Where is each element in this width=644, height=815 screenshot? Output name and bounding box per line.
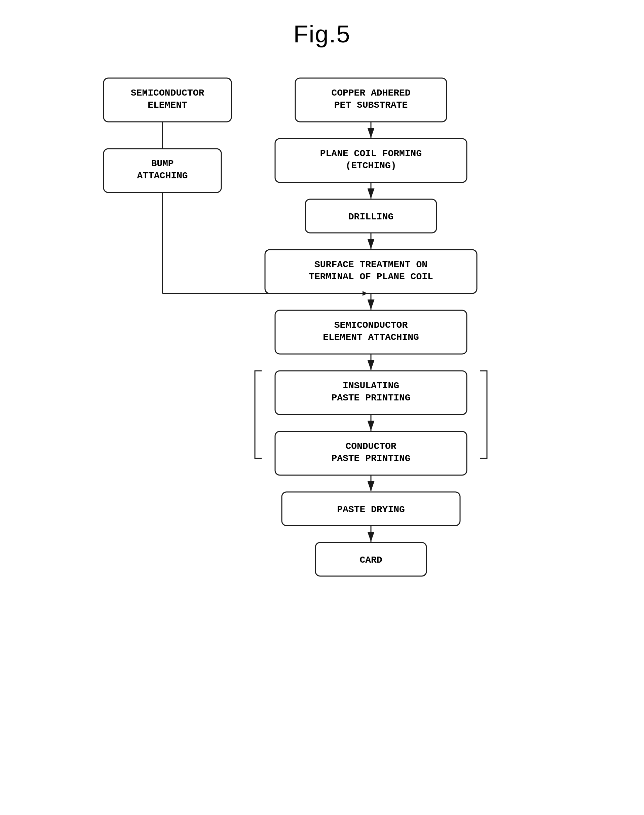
svg-text:SEMICONDUCTOR: SEMICONDUCTOR bbox=[130, 88, 204, 98]
page: Fig.5 SEMICONDUCTOR ELEMENT COPPER ADHER… bbox=[0, 0, 644, 815]
svg-text:COPPER ADHERED: COPPER ADHERED bbox=[331, 88, 410, 98]
svg-text:ELEMENT: ELEMENT bbox=[148, 100, 187, 111]
svg-text:PASTE PRINTING: PASTE PRINTING bbox=[331, 393, 410, 403]
svg-text:PLANE COIL FORMING: PLANE COIL FORMING bbox=[320, 148, 422, 159]
svg-text:PASTE DRYING: PASTE DRYING bbox=[337, 504, 405, 515]
svg-text:CARD: CARD bbox=[359, 555, 382, 565]
svg-text:(ETCHING): (ETCHING) bbox=[345, 160, 396, 171]
flowchart-svg: SEMICONDUCTOR ELEMENT COPPER ADHERED PET… bbox=[87, 68, 558, 808]
svg-text:SURFACE TREATMENT ON: SURFACE TREATMENT ON bbox=[314, 260, 427, 270]
svg-text:SEMICONDUCTOR: SEMICONDUCTOR bbox=[334, 320, 408, 331]
svg-text:PASTE PRINTING: PASTE PRINTING bbox=[331, 453, 410, 464]
figure-title: Fig.5 bbox=[27, 20, 617, 48]
svg-text:BUMP: BUMP bbox=[151, 158, 173, 169]
svg-text:INSULATING: INSULATING bbox=[342, 381, 399, 391]
svg-text:ELEMENT ATTACHING: ELEMENT ATTACHING bbox=[323, 332, 419, 343]
svg-text:DRILLING: DRILLING bbox=[348, 212, 393, 222]
svg-text:TERMINAL OF PLANE COIL: TERMINAL OF PLANE COIL bbox=[309, 272, 433, 282]
svg-text:CONDUCTOR: CONDUCTOR bbox=[345, 441, 396, 452]
svg-text:PET  SUBSTRATE: PET SUBSTRATE bbox=[334, 100, 407, 111]
svg-text:ATTACHING: ATTACHING bbox=[137, 171, 188, 181]
